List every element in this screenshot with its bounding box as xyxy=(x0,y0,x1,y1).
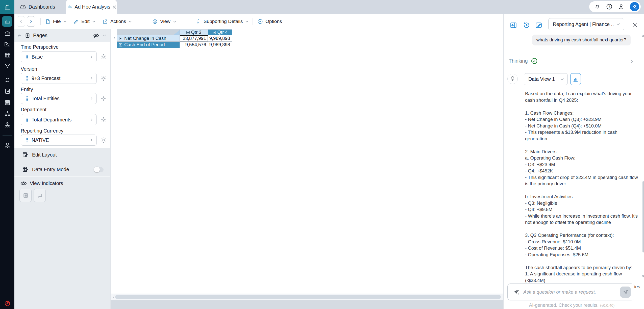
cell-value: 9,554,576 xyxy=(185,42,206,47)
filter-reporting-currency[interactable]: NATIVE xyxy=(21,135,97,146)
menu-actions[interactable]: Actions xyxy=(102,14,132,29)
filter-entity[interactable]: Total Entities xyxy=(21,93,97,104)
grid-cell-cashend-qtr3[interactable]: 9,554,576 xyxy=(180,42,208,48)
expand-plus-icon[interactable] xyxy=(186,31,190,34)
grid-cell-cashend-qtr4[interactable]: 9,989,898 xyxy=(208,42,232,48)
rail-item-workflow[interactable] xyxy=(3,109,11,117)
filter-version[interactable]: 9+3 Forecast xyxy=(21,73,97,84)
left-nav-rail xyxy=(0,0,14,309)
onestream-cube-icon xyxy=(3,299,11,307)
data-entry-mode-row: Data Entry Mode xyxy=(14,162,110,176)
pages-panel-title: Pages xyxy=(33,33,47,38)
expand-thinking-icon[interactable] xyxy=(629,59,634,64)
nav-back-button[interactable] xyxy=(17,16,25,27)
menu-edit[interactable]: Edit xyxy=(73,14,96,29)
app-window: Dashboards Ad Hoc Analysis ? xyxy=(0,0,644,309)
row-header-label: Net Change in Cash xyxy=(124,36,166,41)
data-view-dropdown[interactable]: Data View 1 xyxy=(524,73,568,85)
panel-scrollbar-thumb[interactable] xyxy=(642,181,644,252)
filter-time-perspective[interactable]: Base xyxy=(21,51,97,62)
pages-panel-footer: Edit Layout Data Entry Mode View Indicat… xyxy=(14,148,110,309)
menu-supporting-details-label: Supporting Details xyxy=(204,19,243,24)
rail-item-reports[interactable] xyxy=(3,98,11,107)
rail-item-journals[interactable] xyxy=(3,87,11,95)
rail-item-adhoc-grid[interactable] xyxy=(2,16,12,27)
column-header-label: Qtr 3 xyxy=(191,30,201,35)
assistant-avatar xyxy=(507,74,518,84)
expand-plus-icon[interactable] xyxy=(119,43,122,46)
rail-item-user-settings[interactable] xyxy=(3,141,11,149)
adhoc-grid: Qtr 3 Qtr 4 Net Change in Cash 23,877,99… xyxy=(117,29,232,48)
data-entry-icon xyxy=(22,166,29,173)
edit-layout-button[interactable]: Edit Layout xyxy=(14,148,110,162)
nav-forward-button[interactable] xyxy=(27,16,35,27)
help-icon[interactable]: ? xyxy=(606,4,612,10)
document-icon xyxy=(4,99,11,106)
eye-off-icon[interactable] xyxy=(93,32,100,39)
scroll-up-arrow[interactable] xyxy=(642,35,644,37)
send-button[interactable] xyxy=(620,287,631,298)
disclaimer-text: AI-generated. Check your results. xyxy=(529,302,599,308)
comment-indicator-button[interactable] xyxy=(34,189,46,202)
close-tab-icon[interactable] xyxy=(112,5,116,9)
scroll-down-arrow[interactable] xyxy=(642,275,644,277)
gear-icon[interactable] xyxy=(100,74,107,82)
rail-item-dashboards[interactable] xyxy=(3,30,11,38)
text-indicator-button[interactable] xyxy=(19,189,32,202)
gear-icon[interactable] xyxy=(100,95,107,102)
compose-icon[interactable] xyxy=(535,21,542,29)
rail-item-explore[interactable] xyxy=(3,40,11,48)
menu-file[interactable]: File xyxy=(45,14,67,29)
menu-supporting-details[interactable]: Supporting Details xyxy=(195,14,249,29)
row-header-cash-end-of-period[interactable]: Cash End of Period xyxy=(117,42,180,48)
horizontal-scrollbar[interactable] xyxy=(111,294,504,300)
collapse-panel-icon[interactable] xyxy=(510,21,517,29)
arrow-left-icon[interactable] xyxy=(17,33,22,38)
grid-corner-cell[interactable] xyxy=(117,30,180,35)
menu-file-label: File xyxy=(53,19,61,24)
gear-icon[interactable] xyxy=(100,136,107,144)
ask-input[interactable] xyxy=(523,287,617,297)
bell-icon[interactable] xyxy=(594,4,601,10)
grip-dots-icon xyxy=(26,96,29,101)
ask-input-container xyxy=(507,284,634,300)
row-header-net-change-in-cash[interactable]: Net Change in Cash xyxy=(117,35,180,42)
grid-cell-netchange-qtr4[interactable]: 9,989,898 xyxy=(208,35,232,42)
sync-icon xyxy=(4,76,11,83)
pages-panel-header: Pages xyxy=(14,29,110,42)
user-icon[interactable] xyxy=(618,4,624,10)
column-header-qtr4[interactable]: Qtr 4 xyxy=(208,30,232,35)
chevron-down-icon[interactable] xyxy=(102,33,107,38)
gear-icon[interactable] xyxy=(100,116,107,123)
rail-item-cube-views[interactable] xyxy=(3,51,11,59)
menu-options[interactable]: Options xyxy=(257,14,282,29)
rail-item-hierarchy[interactable] xyxy=(3,121,11,129)
menu-view[interactable]: View xyxy=(152,14,177,29)
history-icon[interactable] xyxy=(523,21,530,29)
rail-item-filters[interactable] xyxy=(3,62,11,70)
tab-adhoc-analysis[interactable]: Ad Hoc Analysis xyxy=(66,0,117,14)
data-entry-mode-toggle[interactable] xyxy=(94,167,104,172)
show-chart-button[interactable] xyxy=(570,73,581,85)
filter-value: Total Departments xyxy=(32,117,86,123)
rail-item-process[interactable] xyxy=(3,76,11,84)
check-circle-icon xyxy=(257,18,263,24)
chevron-down-icon xyxy=(173,20,177,23)
svg-text:?: ? xyxy=(608,5,610,9)
close-panel-icon[interactable] xyxy=(632,22,638,28)
expand-plus-icon[interactable] xyxy=(119,37,122,40)
grid-cell-netchange-qtr3[interactable]: 23,877,991 xyxy=(180,35,208,42)
chevron-right-icon xyxy=(89,138,93,142)
user-message-bubble: whats driving my cash shortfall next qua… xyxy=(532,35,631,45)
column-header-qtr3[interactable]: Qtr 3 xyxy=(180,30,208,35)
scrollbar-thumb[interactable] xyxy=(115,295,501,299)
agent-selector-dropdown[interactable]: Reporting Agent | Finance ... xyxy=(548,18,624,30)
pencil-icon xyxy=(73,19,79,24)
gear-icon[interactable] xyxy=(100,53,107,61)
filter-department[interactable]: Total Departments xyxy=(21,114,97,125)
expand-plus-icon[interactable] xyxy=(213,31,216,34)
filter-value: Total Entities xyxy=(32,96,86,101)
tab-dashboards[interactable]: Dashboards xyxy=(20,0,55,14)
chevron-down-icon xyxy=(128,20,132,23)
ai-assistant-button[interactable] xyxy=(630,2,639,11)
